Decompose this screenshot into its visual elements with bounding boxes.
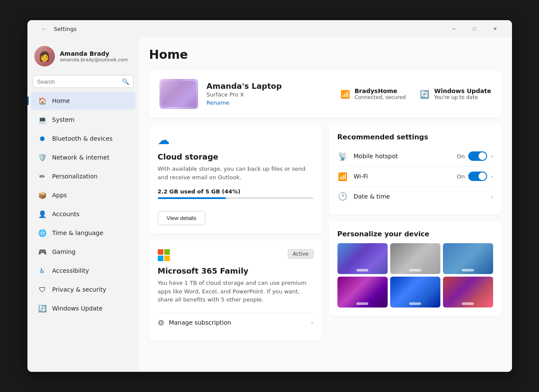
ms365-title: Microsoft 365 Family	[158, 266, 313, 275]
sidebar-item-label: Personalization	[52, 173, 98, 180]
wallpaper-4[interactable]	[337, 277, 388, 308]
sidebar-item-label: Time & language	[52, 229, 103, 236]
sidebar-item-label: Gaming	[52, 248, 76, 255]
sidebar-item-bluetooth[interactable]: ⬢ Bluetooth & devices	[31, 130, 136, 148]
wallpaper-2[interactable]	[390, 243, 440, 274]
sidebar-item-time[interactable]: 🌐 Time & language	[31, 224, 136, 242]
avatar: 👩	[34, 46, 55, 66]
datetime-label: Date & time	[354, 193, 487, 200]
device-image	[160, 79, 198, 109]
cloud-storage-description: With available storage, you can back up …	[158, 165, 313, 181]
sidebar-item-gaming[interactable]: 🎮 Gaming	[31, 243, 136, 261]
accessibility-icon: ♿	[38, 266, 47, 275]
storage-bar	[158, 197, 313, 199]
storage-total: used of 5 GB (44%)	[180, 188, 240, 195]
datetime-chevron: ›	[491, 193, 493, 200]
wifi-status-icon: 📶	[340, 89, 350, 99]
personalize-title: Personalize your device	[337, 230, 493, 238]
sidebar-item-label: Home	[52, 97, 70, 104]
cloud-storage-card: ☁️ Cloud storage With available storage,…	[149, 124, 322, 234]
wifi-setting-icon: 📶	[337, 172, 348, 181]
bluetooth-icon: ⬢	[38, 134, 47, 143]
network-icon: 🛡️	[38, 153, 47, 162]
sidebar-item-personalization[interactable]: ✏️ Personalization	[31, 167, 136, 185]
user-name: Amanda Brady	[60, 50, 128, 57]
personalize-card: Personalize your device	[329, 221, 502, 316]
ms365-description: You have 1 TB of cloud storage and can u…	[158, 279, 313, 304]
windows-update-status-text: You're up to date	[434, 94, 491, 100]
view-details-button[interactable]: View details	[158, 211, 205, 225]
window-title: Settings	[54, 26, 444, 32]
windows-update-icon: 🔄	[38, 304, 47, 313]
sidebar-item-label: Bluetooth & devices	[52, 135, 113, 142]
storage-usage-label: 2.2 GB used of 5 GB (44%)	[158, 188, 313, 195]
datetime-icon: 🕐	[337, 192, 348, 201]
wifi-chevron: ›	[491, 173, 493, 180]
hotspot-toggle[interactable]	[468, 151, 487, 161]
maximize-button[interactable]: □	[465, 22, 485, 36]
wallpaper-3[interactable]	[443, 243, 493, 274]
privacy-icon: 🛡	[38, 285, 47, 294]
sidebar-item-system[interactable]: 💻 System	[31, 111, 136, 129]
minimize-button[interactable]: ─	[444, 22, 464, 36]
user-info: Amanda Brady amanda.brady@outlook.com	[60, 50, 128, 63]
home-icon: 🏠	[38, 96, 47, 106]
wallpaper-1[interactable]	[337, 243, 388, 274]
storage-used: 2.2 GB	[158, 188, 178, 195]
wallpaper-6[interactable]	[443, 277, 493, 308]
sidebar-item-network[interactable]: 🛡️ Network & internet	[31, 148, 136, 166]
storage-fill	[158, 197, 226, 199]
sidebar-item-label: System	[52, 116, 75, 123]
ms365-header: Active	[158, 249, 313, 261]
device-status-group: 📶 BradysHome Connected, secured 🔄 Window…	[340, 87, 491, 100]
cloud-storage-title: Cloud storage	[158, 152, 313, 161]
personalization-icon: ✏️	[38, 172, 47, 181]
sidebar-item-privacy[interactable]: 🛡 Privacy & security	[31, 280, 136, 299]
windows-update-label: Windows Update	[434, 87, 491, 94]
manage-sub-label: Manage subscription	[169, 319, 311, 326]
close-button[interactable]: ✕	[485, 22, 505, 36]
windows-update-status: 🔄 Windows Update You're up to date	[419, 87, 491, 100]
sidebar-item-label: Accessibility	[52, 267, 89, 274]
sidebar-item-label: Accounts	[52, 211, 80, 217]
search-input[interactable]	[37, 78, 122, 85]
back-button[interactable]: ←	[34, 22, 54, 36]
active-badge: Active	[288, 249, 313, 259]
page-title: Home	[149, 48, 502, 62]
mobile-hotspot-row[interactable]: 📡 Mobile hotspot On ›	[337, 146, 493, 166]
sidebar-item-accounts[interactable]: 👤 Accounts	[31, 205, 136, 223]
search-icon[interactable]: 🔍	[122, 78, 129, 85]
wifi-toggle[interactable]	[468, 172, 487, 181]
sidebar-item-windows-update[interactable]: 🔄 Windows Update	[31, 299, 136, 317]
hotspot-chevron: ›	[491, 153, 493, 160]
wifi-status-info: BradysHome Connected, secured	[355, 87, 406, 100]
wifi-row[interactable]: 📶 Wi-Fi On ›	[337, 166, 493, 187]
system-icon: 💻	[38, 115, 47, 124]
windows-update-status-icon: 🔄	[419, 89, 430, 99]
sidebar-item-label: Privacy & security	[52, 286, 106, 293]
recommended-settings-card: Recommended settings 📡 Mobile hotspot On…	[329, 124, 502, 214]
right-column: Recommended settings 📡 Mobile hotspot On…	[329, 124, 502, 341]
datetime-row[interactable]: 🕐 Date & time ›	[337, 187, 493, 206]
device-rename-link[interactable]: Rename	[207, 100, 229, 106]
sidebar-item-home[interactable]: 🏠 Home	[31, 92, 136, 110]
sidebar-item-apps[interactable]: 📦 Apps	[31, 186, 136, 204]
device-card: Amanda's Laptop Surface Pro X Rename 📶 B…	[149, 70, 502, 118]
left-column: ☁️ Cloud storage With available storage,…	[149, 124, 322, 341]
manage-sub-chevron: ›	[311, 319, 313, 326]
manage-subscription-row[interactable]: ⚙️ Manage subscription ›	[158, 313, 313, 332]
avatar-image: 👩	[34, 46, 55, 66]
wifi-status: 📶 BradysHome Connected, secured	[340, 87, 406, 100]
wallpaper-grid	[337, 243, 493, 308]
user-profile[interactable]: 👩 Amanda Brady amanda.brady@outlook.com	[27, 41, 139, 72]
wallpaper-5[interactable]	[390, 277, 440, 308]
sidebar-item-accessibility[interactable]: ♿ Accessibility	[31, 262, 136, 280]
search-box[interactable]: 🔍	[33, 75, 134, 88]
sidebar-item-label: Windows Update	[52, 305, 103, 312]
wifi-status-text: Connected, secured	[355, 94, 406, 100]
content-area: 👩 Amanda Brady amanda.brady@outlook.com …	[27, 37, 512, 372]
user-email: amanda.brady@outlook.com	[60, 57, 128, 63]
windows-update-info: Windows Update You're up to date	[434, 87, 491, 100]
settings-gear-icon: ⚙️	[158, 318, 165, 327]
title-bar: ← Settings ─ □ ✕	[27, 20, 512, 37]
